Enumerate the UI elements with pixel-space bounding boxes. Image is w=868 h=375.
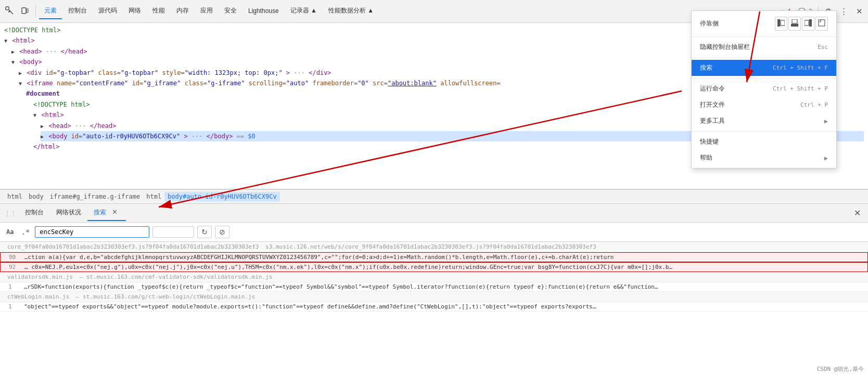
menu-shortcut-hide-drawer: Esc [818, 44, 828, 50]
tab-elements[interactable]: 元素 [39, 3, 62, 19]
svg-rect-4 [781, 20, 785, 25]
search-clear-btn[interactable]: ⊘ [215, 226, 229, 238]
menu-label-help: 帮助 [700, 153, 712, 162]
tab-application[interactable]: 应用 [195, 3, 218, 19]
menu-item-dock[interactable]: 停靠侧 [692, 13, 836, 34]
menu-section-hide: 隐藏控制台抽屉栏 Esc [692, 37, 836, 58]
tab-recorder[interactable]: 记录器 ▲ [285, 3, 322, 19]
tab-console-bottom[interactable]: 控制台 [19, 205, 50, 221]
result-row-ctweblogin-1[interactable]: 1 "object"==typeof exports&&"object"==ty… [0, 302, 868, 312]
search-case-sensitive-btn[interactable]: Aa [4, 227, 16, 237]
tab-sources[interactable]: 源代码 [93, 3, 122, 19]
device-toggle-btn[interactable] [18, 4, 32, 18]
search-bar: Aa .* ↻ ⊘ [0, 223, 868, 242]
result-row-num-92: 92 [9, 264, 21, 270]
search-regex-btn[interactable]: .* [19, 227, 32, 237]
menu-section-commands: 运行命令 Ctrl + Shift + P 打开文件 Ctrl + P 更多工具… [692, 79, 836, 132]
dock-icons [775, 17, 828, 31]
svg-rect-8 [805, 20, 809, 25]
menu-label-search: 搜索 [700, 63, 712, 72]
tab-search-bottom[interactable]: 搜索 ✕ [87, 205, 126, 221]
menu-label-more-tools: 更多工具 [700, 117, 725, 125]
result-row-92[interactable]: 92 … c0x=NEJ.P,eu1x=c0x("nej.g"),u0x=c0x… [0, 262, 868, 272]
triangle-div-topbar[interactable]: ▶ [19, 70, 22, 76]
more-options-btn[interactable]: ⋮ [837, 5, 851, 18]
search-results: core_9f04fa0da16701d1abac2b3230303ef3.js… [0, 242, 868, 370]
svg-rect-2 [27, 9, 28, 12]
triangle-iframe[interactable]: ▼ [19, 81, 22, 86]
tab-console[interactable]: 控制台 [63, 3, 92, 19]
result-row-validator-1[interactable]: 1 …rSDK=function(exports){function _type… [0, 282, 868, 292]
breadcrumb-item-iframe[interactable]: iframe#g_iframe.g-iframe [47, 192, 143, 201]
triangle-html2[interactable]: ▼ [33, 112, 36, 118]
triangle-body[interactable]: ▼ [11, 59, 15, 65]
result-row-text-90: …ction a(a){var d,e,b="abcdefghijklmnopq… [24, 254, 614, 261]
svg-rect-5 [791, 24, 798, 27]
menu-item-hide-drawer[interactable]: 隐藏控制台抽屉栏 Esc [692, 39, 836, 55]
result-row-text-92: … c0x=NEJ.P,eu1x=c0x("nej.g"),u0x=c0x("n… [24, 264, 672, 270]
triangle-body2[interactable]: ▶ [41, 134, 44, 139]
close-search-tab-btn[interactable]: ✕ [110, 208, 120, 216]
menu-shortcut-open-file: Ctrl + P [800, 101, 828, 108]
breadcrumb-item-html[interactable]: html [4, 192, 25, 201]
bottom-tabs: ⋮⋮ 控制台 网络状况 搜索 ✕ ✕ [0, 204, 868, 223]
search-refresh-btn[interactable]: ↻ [197, 226, 212, 238]
tab-security[interactable]: 安全 [219, 3, 242, 19]
menu-label-run-command: 运行命令 [700, 84, 725, 93]
menu-shortcut-run-command: Ctrl + Shift + P [773, 85, 828, 92]
result-file-validatorsdk[interactable]: validatorsdk.min.js — st.music.163.com/c… [0, 272, 868, 282]
context-menu: 停靠侧 隐藏控制台抽屉栏 Esc [691, 10, 837, 169]
search-input[interactable] [35, 226, 149, 238]
svg-rect-7 [809, 19, 812, 27]
menu-item-search[interactable]: 搜索 Ctrl + Shift + F [692, 60, 836, 76]
menu-item-run-command[interactable]: 运行命令 Ctrl + Shift + P [692, 81, 836, 97]
menu-label-shortcuts: 快捷键 [700, 137, 719, 146]
menu-section-search: 搜索 Ctrl + Shift + F [692, 58, 836, 79]
triangle-head[interactable]: ▶ [11, 49, 15, 55]
close-devtools-btn[interactable]: ✕ [853, 5, 866, 18]
tab-network-status[interactable]: 网络状况 [50, 205, 87, 221]
result-row-num-v1: 1 [8, 283, 21, 290]
dock-right-btn[interactable] [802, 17, 814, 31]
dock-left-btn[interactable] [775, 17, 787, 31]
dock-bottom-btn[interactable] [788, 17, 801, 31]
tab-lighthouse[interactable]: Lighthouse [243, 4, 284, 19]
menu-arrow-help: ▶ [824, 154, 828, 162]
menu-item-open-file[interactable]: 打开文件 Ctrl + P [692, 97, 836, 113]
svg-rect-6 [792, 19, 797, 23]
bottom-panel: ⋮⋮ 控制台 网络状况 搜索 ✕ ✕ Aa .* ↻ ⊘ core_9f04fa… [0, 204, 868, 370]
result-row-num-cw1: 1 [8, 303, 21, 310]
menu-item-help[interactable]: 帮助 ▶ [692, 150, 836, 166]
breadcrumb: html body iframe#g_iframe.g-iframe html … [0, 189, 868, 204]
result-row-90[interactable]: 90 …ction a(a){var d,e,b="abcdefghijklmn… [0, 252, 868, 262]
menu-arrow-more-tools: ▶ [824, 118, 828, 125]
close-bottom-panel-btn[interactable]: ✕ [851, 206, 864, 220]
menu-item-more-tools[interactable]: 更多工具 ▶ [692, 113, 836, 129]
breadcrumb-item-body[interactable]: body [25, 192, 47, 201]
menu-label-hide-drawer: 隐藏控制台抽屉栏 [700, 43, 750, 51]
tab-performance[interactable]: 性能 [147, 3, 170, 19]
result-row-num-90: 90 [9, 254, 21, 261]
tab-performance-insights[interactable]: 性能数据分析 ▲ [323, 3, 379, 19]
menu-label-dock: 停靠侧 [700, 19, 719, 28]
result-file-core[interactable]: core_9f04fa0da16701d1abac2b3230303ef3.js… [0, 242, 868, 252]
inspect-element-btn[interactable] [2, 4, 17, 18]
tab-network[interactable]: 网络 [123, 3, 146, 19]
result-file-ctweblogin[interactable]: ctWebLogin.main.js — st.music.163.com/g/… [0, 292, 868, 302]
dock-undock-btn[interactable] [815, 17, 828, 31]
triangle-head2[interactable]: ▶ [41, 123, 44, 129]
menu-label-open-file: 打开文件 [700, 100, 725, 109]
menu-item-shortcuts[interactable]: 快捷键 [692, 134, 836, 150]
svg-rect-1 [22, 8, 26, 14]
breadcrumb-item-body2[interactable]: body#auto-id-r0yHUV6OTb6CX9Cv [164, 192, 280, 201]
tab-memory[interactable]: 内存 [171, 3, 194, 19]
svg-rect-3 [777, 19, 780, 27]
triangle-html[interactable]: ▼ [4, 38, 7, 44]
drag-handle: ⋮⋮ [4, 210, 17, 217]
search-results-count [152, 226, 194, 238]
breadcrumb-item-html2[interactable]: html [143, 192, 164, 201]
svg-rect-0 [6, 7, 9, 10]
menu-shortcut-search: Ctrl + Shift + F [773, 64, 828, 71]
menu-section-dock: 停靠侧 [692, 11, 836, 37]
result-row-text-cw1: "object"==typeof exports&&"object"==type… [24, 303, 596, 310]
